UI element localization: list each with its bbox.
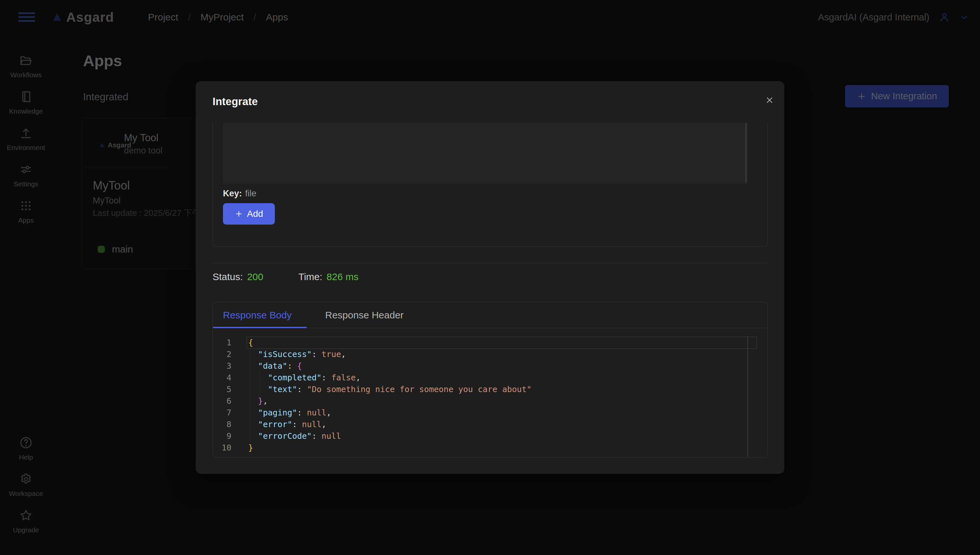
code-lines: 1{2 "isSuccess": true,3 "data": {4 "comp… <box>213 337 767 454</box>
file-param-section: Key:file Add <box>213 123 768 247</box>
modal-title: Integrate <box>213 95 258 108</box>
line-number: 10 <box>213 442 231 454</box>
active-tab-underline <box>213 327 307 328</box>
code-token: "errorCode" <box>258 431 312 441</box>
code-line: 7 "paging": null, <box>213 407 767 419</box>
code-token: , <box>341 350 346 359</box>
line-number: 1 <box>213 337 231 348</box>
code-line-content: }, <box>231 395 268 407</box>
line-number: 5 <box>213 383 231 395</box>
code-token: , <box>322 420 327 429</box>
key-value: file <box>245 189 257 198</box>
param-key-line: Key:file <box>223 189 256 199</box>
plus-icon <box>235 210 243 218</box>
code-line: 8 "error": null, <box>213 419 767 430</box>
response-panel: Response BodyResponse Header 1{2 "isSucc… <box>213 302 768 458</box>
code-token: false <box>331 373 355 382</box>
line-number: 3 <box>213 360 231 372</box>
code-line: 4 "completed": false, <box>213 372 767 383</box>
divider <box>213 263 768 263</box>
code-line-content: "data": { <box>231 360 302 372</box>
response-status-row: Status: 200 Time: 826 ms <box>213 271 359 282</box>
code-line: 6 }, <box>213 395 767 407</box>
code-token: : <box>312 350 322 359</box>
code-token: "completed" <box>268 373 322 382</box>
code-token: null <box>307 408 327 417</box>
code-token: } <box>258 396 263 406</box>
line-number: 9 <box>213 430 231 442</box>
app-root: Asgard Project/MyProject/Apps AsgardAI (… <box>0 0 980 555</box>
line-number: 8 <box>213 419 231 430</box>
code-token: "text" <box>268 385 297 394</box>
code-token: null <box>322 431 341 441</box>
status-value: 200 <box>247 271 263 282</box>
add-button-label: Add <box>247 209 263 219</box>
code-line-content: "errorCode": null <box>231 430 341 442</box>
response-tabs: Response BodyResponse Header <box>213 302 767 328</box>
code-line-content: { <box>231 337 253 348</box>
code-token: : <box>322 373 331 382</box>
code-token: "isSuccess" <box>258 350 312 359</box>
code-line: 1{ <box>213 337 767 348</box>
time-value: 826 ms <box>327 271 358 282</box>
file-value-textarea[interactable] <box>223 123 748 184</box>
code-line-content: "text": "Do something nice for someone y… <box>231 383 532 395</box>
tab-response-header[interactable]: Response Header <box>325 302 404 328</box>
code-line-content: "error": null, <box>231 419 327 430</box>
code-token: "error" <box>258 420 292 429</box>
code-token: , <box>355 373 360 382</box>
code-token: "Do something nice for someone you care … <box>307 385 532 394</box>
code-line: 9 "errorCode": null <box>213 430 767 442</box>
add-button[interactable]: Add <box>223 203 275 225</box>
line-number: 6 <box>213 395 231 407</box>
time-label: Time: <box>298 271 322 282</box>
code-line-content: "paging": null, <box>231 407 331 419</box>
integrate-modal: Integrate Key:file Add Status: 200 Time:… <box>196 81 784 474</box>
code-line-content: } <box>231 442 253 454</box>
line-number: 2 <box>213 348 231 360</box>
code-token: } <box>248 443 253 452</box>
line-number: 4 <box>213 372 231 383</box>
code-line: 10} <box>213 442 767 454</box>
code-line: 3 "data": { <box>213 360 767 372</box>
code-token: , <box>327 408 331 417</box>
tab-response-body[interactable]: Response Body <box>223 302 292 328</box>
editor-scrollbar[interactable] <box>747 336 748 457</box>
code-token: true <box>322 350 341 359</box>
code-token: { <box>297 361 302 371</box>
textarea-scrollbar[interactable] <box>746 124 746 183</box>
code-token: { <box>248 338 253 347</box>
code-line-content: "completed": false, <box>231 372 360 383</box>
code-token: , <box>263 396 268 406</box>
code-token: null <box>302 420 322 429</box>
code-token: "paging" <box>258 408 297 417</box>
code-token: "data" <box>258 361 287 371</box>
code-token: : <box>297 385 307 394</box>
line-number: 7 <box>213 407 231 419</box>
code-token: : <box>287 361 297 371</box>
code-line-content: "isSuccess": true, <box>231 348 346 360</box>
close-icon[interactable] <box>761 91 778 108</box>
code-token: : <box>297 408 307 417</box>
key-label: Key: <box>223 189 242 198</box>
code-token: : <box>312 431 322 441</box>
code-line: 5 "text": "Do something nice for someone… <box>213 383 767 395</box>
code-token: : <box>292 420 302 429</box>
code-line: 2 "isSuccess": true, <box>213 348 767 360</box>
response-body-editor[interactable]: 1{2 "isSuccess": true,3 "data": {4 "comp… <box>213 329 767 458</box>
status-label: Status: <box>213 271 243 282</box>
